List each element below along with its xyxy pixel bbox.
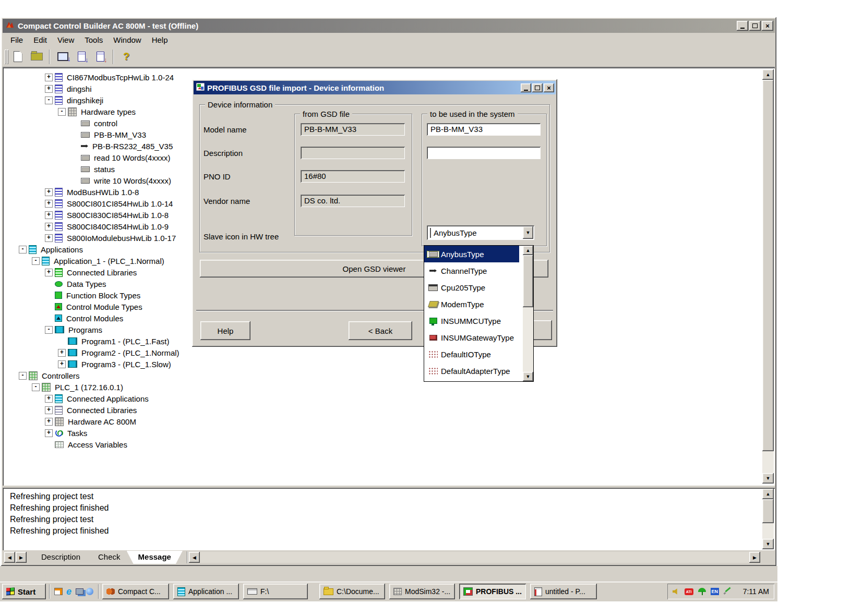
expand-toggle[interactable]: + xyxy=(45,188,53,196)
menu-file[interactable]: File xyxy=(6,34,28,45)
system-description-input[interactable] xyxy=(427,147,541,159)
download-to-controller-button[interactable]: ↓ xyxy=(53,49,72,65)
tree-item-label[interactable]: ModBusHWLib 1.0-8 xyxy=(65,188,140,197)
hscroll-track[interactable] xyxy=(200,552,749,563)
help-dialog-button[interactable]: Help xyxy=(200,321,250,340)
close-button[interactable]: × xyxy=(762,21,773,31)
tree-item-label[interactable]: Program2 - (PLC_1.Normal) xyxy=(80,348,181,357)
expand-toggle[interactable]: + xyxy=(45,406,53,414)
internet-explorer-icon[interactable]: e xyxy=(64,586,74,597)
tree-item-label[interactable]: status xyxy=(92,165,116,174)
tab-description[interactable]: Description xyxy=(30,551,92,564)
tree-item-label[interactable]: S800CI801CI854HwLib 1.0-14 xyxy=(65,199,174,208)
tree-item-label[interactable]: S800CI830CI854HwLib 1.0-8 xyxy=(65,211,170,220)
dialog-maximize-button[interactable] xyxy=(532,83,543,92)
slave-icon-combobox[interactable]: AnybusType ▼ xyxy=(427,225,534,240)
open-project-button[interactable] xyxy=(27,49,46,65)
scroll-up-button[interactable]: ▲ xyxy=(762,489,774,499)
expand-toggle[interactable]: - xyxy=(32,383,40,391)
expand-toggle[interactable]: - xyxy=(19,372,27,380)
back-button[interactable]: < Back xyxy=(349,321,412,340)
tree-item-label[interactable]: S800IoModulebusHwLib 1.0-17 xyxy=(65,234,177,243)
scroll-down-button[interactable]: ▼ xyxy=(762,539,774,549)
expand-toggle[interactable]: + xyxy=(58,360,66,368)
tree-item-label[interactable]: Hardware AC 800M xyxy=(66,417,138,426)
menu-help[interactable]: Help xyxy=(147,34,173,45)
volume-icon[interactable] xyxy=(673,588,680,595)
msn-globe-icon[interactable] xyxy=(85,586,95,597)
tree-item-label[interactable]: read 10 Words(4xxxx) xyxy=(92,153,172,162)
restore-button[interactable] xyxy=(749,21,761,31)
tab-message[interactable]: Message xyxy=(127,551,183,564)
tree-item-label[interactable]: PB-B-MM_V33 xyxy=(92,130,148,139)
umbrella-icon[interactable] xyxy=(698,588,706,595)
tree-item-label[interactable]: S800CI840CI854HwLib 1.0-9 xyxy=(65,222,170,231)
tree-item-label[interactable]: PLC_1 (172.16.0.1) xyxy=(53,383,125,392)
dropdown-item[interactable]: DefaultAdapterType xyxy=(424,363,519,379)
expand-toggle[interactable]: - xyxy=(19,246,27,253)
tree-item-label[interactable]: PB-B-RS232_485_V35 xyxy=(91,142,174,151)
tree-item-label[interactable]: Control Module Types xyxy=(65,303,144,311)
expand-toggle[interactable]: - xyxy=(45,96,53,104)
dropdown-item[interactable]: INSUMMCUType xyxy=(424,312,519,329)
scroll-down-button[interactable]: ▼ xyxy=(762,473,774,484)
ati-icon[interactable]: ATI xyxy=(685,588,693,595)
tree-item-label[interactable]: dingshi xyxy=(65,84,93,93)
scroll-up-button[interactable]: ▲ xyxy=(523,246,533,255)
menu-view[interactable]: View xyxy=(53,34,79,45)
taskbar-button-untitled[interactable]: untitled - P... xyxy=(530,584,597,599)
expand-toggle[interactable]: + xyxy=(45,234,53,242)
download-document-button[interactable]: ↓ xyxy=(72,49,91,65)
tree-vertical-scrollbar[interactable]: ▲ ▼ xyxy=(762,69,774,484)
scroll-down-button[interactable]: ▼ xyxy=(523,372,533,381)
taskbar-button-documents[interactable]: C:\Docume... xyxy=(319,584,385,599)
scroll-thumb[interactable] xyxy=(762,499,774,523)
new-document-button[interactable] xyxy=(8,49,27,65)
taskbar-button-compact[interactable]: Compact C... xyxy=(102,584,169,599)
tree-item-label[interactable]: Application_1 - (PLC_1.Normal) xyxy=(52,257,166,265)
tree-item-label[interactable]: CI867ModbusTcpHwLib 1.0-24 xyxy=(65,73,175,82)
tree-item-label[interactable]: Hardware types xyxy=(79,107,137,116)
dropdown-item[interactable]: ChannelType xyxy=(424,262,519,279)
start-button[interactable]: Start xyxy=(2,584,46,599)
tree-item-label[interactable]: Controllers xyxy=(40,371,81,380)
expand-toggle[interactable]: + xyxy=(45,211,53,219)
expand-toggle[interactable]: + xyxy=(45,269,53,276)
message-vertical-scrollbar[interactable]: ▲ ▼ xyxy=(762,489,774,549)
pen-icon[interactable] xyxy=(724,588,731,595)
taskbar-button-modsim[interactable]: ModSim32 -... xyxy=(389,584,455,599)
hscroll-right-button[interactable]: ▶ xyxy=(749,552,760,563)
tree-item-label[interactable]: dingshikeji xyxy=(65,96,105,105)
dialog-close-button[interactable]: × xyxy=(544,83,554,92)
help-button[interactable]: ? xyxy=(117,49,136,65)
expand-toggle[interactable]: + xyxy=(58,349,66,357)
tab-scroll-right-button[interactable]: ▶ xyxy=(16,552,27,563)
expand-toggle[interactable]: + xyxy=(45,223,53,231)
expand-toggle[interactable]: - xyxy=(32,257,40,265)
system-model-input[interactable] xyxy=(427,123,541,136)
dropdown-item[interactable]: INSUMGatewayType xyxy=(424,329,519,346)
window-switcher-icon[interactable] xyxy=(74,586,85,597)
tree-item-label[interactable]: Access Variables xyxy=(66,440,129,449)
tab-check[interactable]: Check xyxy=(87,551,132,564)
tree-item-label[interactable]: Connected Libraries xyxy=(65,406,138,415)
tree-item-label[interactable]: Connected Applications xyxy=(65,394,150,403)
tree-item-label[interactable]: Program1 - (PLC_1.Fast) xyxy=(80,337,171,346)
dropdown-item[interactable]: AnybusType xyxy=(424,246,519,262)
tree-item-label[interactable]: write 10 Words(4xxxx) xyxy=(92,176,173,185)
tree-item-label[interactable]: Program3 - (PLC_1.Slow) xyxy=(80,360,173,369)
tree-item-label[interactable]: control xyxy=(92,119,119,128)
language-indicator[interactable]: EN xyxy=(711,588,719,595)
expand-toggle[interactable]: - xyxy=(58,108,66,116)
taskbar-button-drive-f[interactable]: F:\ xyxy=(243,584,308,599)
show-desktop-icon[interactable] xyxy=(53,586,64,597)
expand-toggle[interactable]: + xyxy=(45,85,53,93)
scroll-thumb[interactable] xyxy=(523,255,533,307)
expand-toggle[interactable]: + xyxy=(45,429,53,437)
scroll-thumb[interactable] xyxy=(762,80,774,451)
expand-toggle[interactable]: + xyxy=(45,418,53,426)
dropdown-item[interactable]: ModemType xyxy=(424,296,519,312)
tree-item-label[interactable]: Control Modules xyxy=(65,314,125,323)
minimize-button[interactable] xyxy=(737,21,748,31)
dropdown-scrollbar[interactable]: ▲ ▼ xyxy=(523,246,533,381)
